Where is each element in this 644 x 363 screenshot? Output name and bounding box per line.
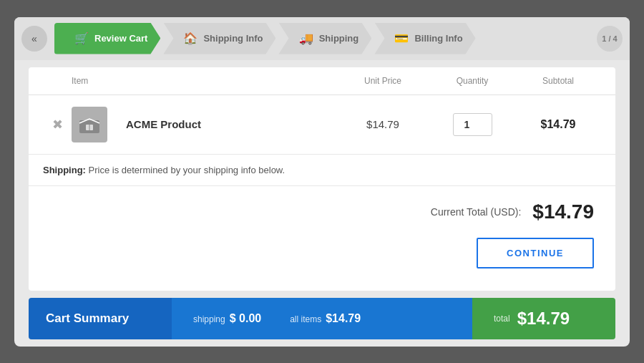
step-shipping-info[interactable]: 🏠 Shipping Info xyxy=(163,23,275,54)
cart-summary-middle: shipping $ 0.00 all items $14.79 xyxy=(172,298,472,339)
shipping-note-text: Price is determined by your shipping inf… xyxy=(86,165,285,175)
step-shipping-label: Shipping xyxy=(319,33,359,44)
back-button[interactable]: « xyxy=(21,26,47,52)
home-icon: 🏠 xyxy=(183,32,197,45)
shipping-summary-value: $ 0.00 xyxy=(230,312,261,325)
top-nav: « 🛒 Review Cart 🏠 Shipping Info 🚚 Shippi… xyxy=(14,17,630,60)
table-row: ✖ ACME Product $14.79 $14.79 xyxy=(29,95,615,155)
total-summary-label: total xyxy=(494,314,510,324)
shipping-note-label: Shipping: xyxy=(43,165,86,175)
quantity-input[interactable] xyxy=(453,113,492,136)
cart-summary-title: Cart Summary xyxy=(46,311,129,326)
step-shipping[interactable]: 🚚 Shipping xyxy=(278,23,371,54)
header-unit-price: Unit Price xyxy=(336,76,429,86)
cart-summary-bar: Cart Summary shipping $ 0.00 all items $… xyxy=(29,298,615,339)
shipping-summary-label: shipping xyxy=(193,314,225,324)
all-items-value: $14.79 xyxy=(326,312,361,325)
summary-all-items: all items $14.79 xyxy=(290,312,361,325)
step-billing-info[interactable]: 💳 Billing Info xyxy=(374,23,475,54)
step-billing-info-label: Billing Info xyxy=(414,33,462,44)
remove-item-button[interactable]: ✖ xyxy=(43,117,72,132)
total-amount: $14.79 xyxy=(532,200,594,223)
total-section: Current Total (USD): $14.79 xyxy=(29,186,615,238)
step-review-cart[interactable]: 🛒 Review Cart xyxy=(54,23,160,54)
step-counter: 1 / 4 xyxy=(597,26,623,52)
step-shipping-info-label: Shipping Info xyxy=(203,33,263,44)
billing-icon: 💳 xyxy=(394,32,409,45)
all-items-label: all items xyxy=(290,314,321,324)
cart-icon: 🛒 xyxy=(74,32,89,45)
table-header: Item Unit Price Quantity Subtotal xyxy=(29,67,615,95)
cart-summary-total: total $14.79 xyxy=(472,298,615,339)
shipping-note: Shipping: Price is determined by your sh… xyxy=(29,155,615,186)
continue-button[interactable]: CONTINUE xyxy=(477,238,594,268)
cart-summary-title-area: Cart Summary xyxy=(29,298,172,339)
product-name: ACME Product xyxy=(114,118,336,130)
header-item: Item xyxy=(43,76,336,86)
header-subtotal: Subtotal xyxy=(515,76,601,86)
truck-icon: 🚚 xyxy=(299,32,313,45)
subtotal: $14.79 xyxy=(515,118,601,131)
total-label: Current Total (USD): xyxy=(431,206,522,218)
header-quantity: Quantity xyxy=(429,76,515,86)
unit-price: $14.79 xyxy=(336,118,429,130)
main-content: Item Unit Price Quantity Subtotal ✖ ACME… xyxy=(29,67,615,291)
app-container: « 🛒 Review Cart 🏠 Shipping Info 🚚 Shippi… xyxy=(14,17,630,347)
step-review-cart-label: Review Cart xyxy=(94,33,147,44)
product-thumbnail xyxy=(72,107,107,142)
steps-container: 🛒 Review Cart 🏠 Shipping Info 🚚 Shipping… xyxy=(54,17,623,60)
back-icon: « xyxy=(31,33,37,44)
summary-shipping: shipping $ 0.00 xyxy=(193,312,261,325)
total-summary-value: $14.79 xyxy=(517,309,570,329)
continue-section: CONTINUE xyxy=(29,238,615,283)
